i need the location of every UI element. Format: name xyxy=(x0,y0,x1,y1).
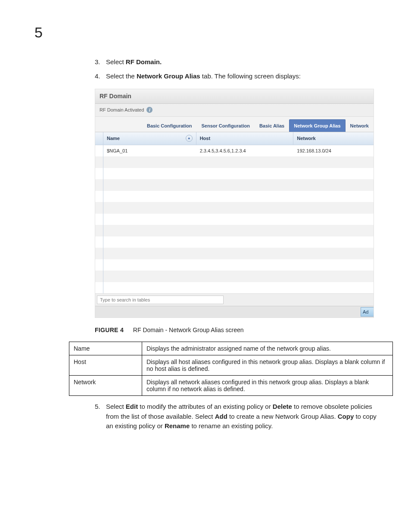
cell-name: $NGA_01 xyxy=(103,145,196,157)
table-row xyxy=(95,156,374,168)
table-row xyxy=(95,282,374,294)
panel-title: RF Domain xyxy=(95,89,374,104)
page-number: 5 xyxy=(34,24,43,41)
table-row xyxy=(95,214,374,225)
text: to modify the attributes of an existing … xyxy=(138,403,273,410)
table-row xyxy=(95,236,374,248)
desc-row-host: Host Displays all host aliases configure… xyxy=(69,355,393,376)
table-row xyxy=(95,191,374,202)
col-label: Host xyxy=(200,135,210,142)
desc-value: Displays all network aliases configured … xyxy=(142,376,393,396)
col-label: Network xyxy=(297,135,315,142)
tab-sensor-configuration[interactable]: Sensor Configuration xyxy=(196,119,254,132)
tab-network[interactable]: Network xyxy=(346,119,374,132)
col-header-host[interactable]: Host xyxy=(196,132,294,145)
step-number: 5. xyxy=(95,402,106,431)
text: Select xyxy=(106,58,126,65)
table-row xyxy=(95,271,374,282)
tab-bar: Basic Configuration Sensor Configuration… xyxy=(95,116,374,133)
step-number: 3. xyxy=(95,57,106,67)
figure-label: FIGURE 4 xyxy=(95,327,124,333)
step-text: Select RF Domain. xyxy=(106,57,385,67)
table-row[interactable]: $NGA_01 2.3.4.5,3.4.5.6,1.2.3.4 192.168.… xyxy=(95,145,374,157)
step-3: 3. Select RF Domain. xyxy=(95,57,385,67)
bold-text: RF Domain. xyxy=(126,58,162,65)
desc-value: Displays the administrator assigned name… xyxy=(142,342,393,355)
text: to rename an existing policy. xyxy=(190,422,273,429)
bold-text: Copy xyxy=(338,413,354,420)
desc-row-name: Name Displays the administrator assigned… xyxy=(69,342,393,355)
desc-key: Host xyxy=(69,355,142,376)
bold-text: Edit xyxy=(126,403,138,410)
step-4: 4. Select the Network Group Alias tab. T… xyxy=(95,72,385,81)
subtitle-text: RF Domain Activated xyxy=(100,106,144,114)
grid-search xyxy=(95,293,374,306)
panel-subtitle: RF Domain Activated i xyxy=(95,104,374,116)
figure-caption: FIGURE 4 RF Domain - Network Group Alias… xyxy=(95,326,385,335)
bold-text: Add xyxy=(215,413,227,420)
tab-basic-configuration[interactable]: Basic Configuration xyxy=(142,119,197,132)
tab-network-group-alias[interactable]: Network Group Alias xyxy=(289,119,345,132)
description-table: Name Displays the administrator assigned… xyxy=(69,342,393,396)
desc-row-network: Network Displays all network aliases con… xyxy=(69,376,393,396)
data-grid: Name ▲ Host Network $NGA_01 2.3.4.5,3.4.… xyxy=(95,132,374,293)
add-button[interactable]: Ad xyxy=(361,307,374,317)
step-text: Select Edit to modify the attributes of … xyxy=(106,402,385,431)
grid-header: Name ▲ Host Network xyxy=(95,132,374,145)
step-text: Select the Network Group Alias tab. The … xyxy=(106,72,385,81)
cell-network: 192.168.13.0/24 xyxy=(293,145,374,157)
text: Select xyxy=(106,403,126,410)
row-selector-header xyxy=(95,132,103,145)
screenshot-rf-domain: RF Domain RF Domain Activated i Basic Co… xyxy=(95,89,374,318)
step-number: 4. xyxy=(95,72,106,81)
bold-text: Network Group Alias xyxy=(137,72,200,80)
step-5: 5. Select Edit to modify the attributes … xyxy=(95,402,385,431)
desc-value: Displays all host aliases configured in … xyxy=(142,355,393,376)
bold-text: Rename xyxy=(165,422,190,429)
text: Select the xyxy=(106,72,137,80)
col-header-name[interactable]: Name ▲ xyxy=(103,132,196,145)
table-row xyxy=(95,179,374,191)
search-input[interactable] xyxy=(97,296,224,304)
grid-footer: Ad xyxy=(95,306,374,317)
table-row xyxy=(95,248,374,259)
figure-title: RF Domain - Network Group Alias screen xyxy=(133,327,244,333)
desc-key: Name xyxy=(69,342,142,355)
table-row xyxy=(95,259,374,271)
sort-asc-icon[interactable]: ▲ xyxy=(186,135,193,142)
table-row xyxy=(95,225,374,236)
tab-basic-alias[interactable]: Basic Alias xyxy=(255,119,289,132)
desc-key: Network xyxy=(69,376,142,396)
table-row xyxy=(95,202,374,214)
text: to create a new Network Group Alias. xyxy=(227,413,338,420)
col-label: Name xyxy=(107,135,120,142)
text: tab. The following screen displays: xyxy=(200,72,301,80)
body-content: 3. Select RF Domain. 4. Select the Netwo… xyxy=(95,57,385,335)
info-icon[interactable]: i xyxy=(146,107,153,113)
cell-host: 2.3.4.5,3.4.5.6,1.2.3.4 xyxy=(196,145,294,157)
row-selector[interactable] xyxy=(95,145,103,157)
body-content-continued: 5. Select Edit to modify the attributes … xyxy=(95,402,385,431)
table-row xyxy=(95,168,374,180)
bold-text: Delete xyxy=(273,403,292,410)
col-header-network[interactable]: Network xyxy=(293,132,374,145)
